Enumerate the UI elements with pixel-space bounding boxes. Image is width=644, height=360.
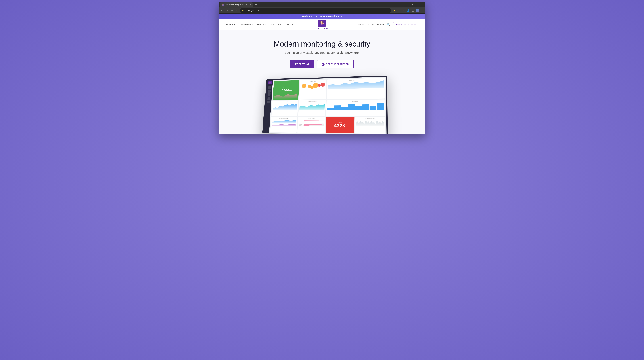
queries-waiting-chart	[356, 119, 384, 126]
browser-titlebar: 🐕 Cloud Monitoring as a Servi... × + ▾ –…	[218, 2, 426, 8]
get-started-button[interactable]: GET STARTED FREE	[393, 22, 419, 27]
banner-text: Read the 2022 Container Research Report	[302, 15, 342, 18]
refresh-button[interactable]: ↻	[230, 9, 234, 12]
maximize-button[interactable]: □	[418, 4, 421, 6]
dashboard-main-content: Performance 97.5M pps Query load	[269, 77, 386, 134]
backlog-card: Backlog	[326, 99, 385, 116]
see-platform-button[interactable]: ▶ SEE THE PLATFORM	[317, 60, 354, 68]
rows-read-card: Rows read	[271, 100, 298, 116]
sidebar-icon-2	[268, 90, 271, 93]
play-icon: ▶	[322, 63, 324, 66]
free-trial-button[interactable]: FREE TRIAL	[290, 60, 314, 68]
query-load-title: Query load	[301, 80, 326, 82]
datadog-logo-icon: 🐕	[318, 20, 326, 27]
load-avg-chart	[299, 103, 325, 110]
load-average-card: Load (average)	[298, 100, 326, 116]
home-button[interactable]: ⌂	[235, 9, 239, 12]
db-latency-chart	[272, 119, 296, 127]
hero-section: Modern monitoring & security See inside …	[218, 30, 426, 134]
nav-link-login[interactable]: LOGIN	[377, 24, 384, 26]
hero-subtitle: See inside any stack, any app, at any sc…	[222, 51, 422, 55]
metric-value-red: 432K	[334, 123, 346, 128]
nav-link-customers[interactable]: CUSTOMERS	[240, 24, 253, 26]
address-bar[interactable]: 🔒 datadoghq.com	[240, 8, 391, 13]
rows-read-title: Rows read	[273, 101, 297, 102]
bubble-4	[318, 84, 321, 87]
see-platform-label: SEE THE PLATFORM	[326, 63, 349, 65]
bookmark-icon[interactable]: ☆	[402, 9, 405, 12]
website-content: Read the 2022 Container Research Report …	[218, 14, 426, 134]
nav-link-blog[interactable]: BLOG	[368, 24, 374, 26]
rows-read-chart	[272, 103, 297, 110]
sidebar-icon-3	[268, 93, 270, 96]
svg-text:🐕: 🐕	[320, 21, 324, 26]
nav-link-product[interactable]: PRODUCT	[225, 24, 235, 26]
search-icon[interactable]: 🔍	[387, 23, 390, 26]
bubble-5	[321, 83, 325, 87]
queries-waiting-title: Queries waiting	[356, 118, 384, 119]
queries-chart	[328, 81, 384, 89]
site-logo[interactable]: 🐕 DATADOG	[316, 20, 328, 30]
bubble-6	[310, 86, 314, 89]
metric-label-backlog: Backlog	[338, 122, 342, 123]
dashboard-frame: 🐕 Perfo	[262, 76, 388, 134]
sidebar-icon-1	[268, 86, 271, 89]
nav-link-solutions[interactable]: SOLUTIONS	[270, 24, 283, 26]
minimize-button[interactable]: –	[415, 4, 418, 6]
metric-card-red: Backlog 432K	[326, 117, 354, 134]
window-controls: ▾ – □ ×	[412, 4, 424, 6]
resources-title: Resources	[299, 118, 324, 119]
more-menu-icon[interactable]: ⋮	[420, 9, 424, 12]
dashboard-mockup: 🐕 Perfo	[262, 76, 388, 134]
new-tab-button[interactable]: +	[254, 3, 258, 6]
dashboard-inner: 🐕 Perfo	[263, 77, 386, 134]
bubble-3	[313, 83, 318, 88]
nav-link-about[interactable]: ABOUT	[357, 24, 365, 26]
metric-value-green: 97.5M pps	[274, 88, 298, 92]
browser-tab[interactable]: 🐕 Cloud Monitoring as a Servi... ×	[220, 3, 253, 7]
close-window-button[interactable]: ×	[422, 4, 424, 6]
browser-window: 🐕 Cloud Monitoring as a Servi... × + ▾ –…	[218, 2, 426, 134]
db-latency-card: Database latency	[270, 117, 297, 133]
tab-favicon: 🐕	[222, 4, 224, 6]
hero-title: Modern monitoring & security	[222, 40, 422, 49]
browser-toolbar: ← → ↻ ⌂ 🔒 datadoghq.com ⚡ ↗ ☆ 👤 ▦ ⋮	[218, 8, 426, 14]
nav-right-links: ABOUT BLOG LOGIN 🔍 GET STARTED FREE	[357, 22, 419, 27]
user-avatar[interactable]	[416, 9, 419, 12]
queries-waiting-card: Queries waiting	[355, 117, 385, 134]
bubble-chart	[300, 82, 326, 94]
grid-icon[interactable]: ▦	[411, 9, 414, 12]
backlog-chart	[327, 102, 384, 110]
sidebar-icon-4	[267, 97, 270, 100]
dropdown-control[interactable]: ▾	[412, 4, 414, 6]
backlog-title: Backlog	[328, 100, 384, 102]
tab-title: Cloud Monitoring as a Servi...	[225, 4, 249, 6]
db-latency-title: Database latency	[272, 118, 296, 119]
queries-per-second-card: Queries per second	[327, 78, 385, 99]
url-display: datadoghq.com	[245, 9, 259, 12]
metric-sparkline	[274, 92, 298, 99]
tab-close-button[interactable]: ×	[250, 4, 251, 6]
hero-cta-buttons: FREE TRIAL ▶ SEE THE PLATFORM	[222, 60, 422, 68]
nav-link-docs[interactable]: DOCS	[287, 24, 294, 26]
dash-logo: 🐕	[268, 81, 272, 84]
forward-button[interactable]: →	[225, 9, 229, 12]
sidebar-icon-5	[267, 100, 270, 103]
back-button[interactable]: ←	[220, 9, 224, 12]
extensions-icon[interactable]: ⚡	[392, 9, 396, 12]
bubble-1	[302, 84, 306, 88]
toolbar-right: ⚡ ↗ ☆ 👤 ▦ ⋮	[392, 9, 424, 12]
security-lock-icon: 🔒	[242, 10, 244, 12]
profile-icon[interactable]: 👤	[406, 9, 410, 12]
resources-card: Resources cpu.apt... cpu.get...	[297, 117, 325, 133]
share-icon[interactable]: ↗	[397, 9, 401, 12]
logo-text: DATADOG	[316, 27, 328, 30]
nav-link-pricing[interactable]: PRICING	[257, 24, 266, 26]
navigation-bar: PRODUCT CUSTOMERS PRICING SOLUTIONS DOCS…	[218, 19, 426, 30]
nav-left-links: PRODUCT CUSTOMERS PRICING SOLUTIONS DOCS	[225, 24, 294, 26]
query-load-card: Query load	[299, 79, 326, 100]
load-avg-title: Load (average)	[300, 101, 325, 102]
promo-banner[interactable]: Read the 2022 Container Research Report	[218, 14, 426, 19]
metric-card-green: Performance 97.5M pps	[272, 80, 299, 100]
resources-chart: cpu.apt... cpu.get... cpu.sys...	[298, 119, 324, 127]
